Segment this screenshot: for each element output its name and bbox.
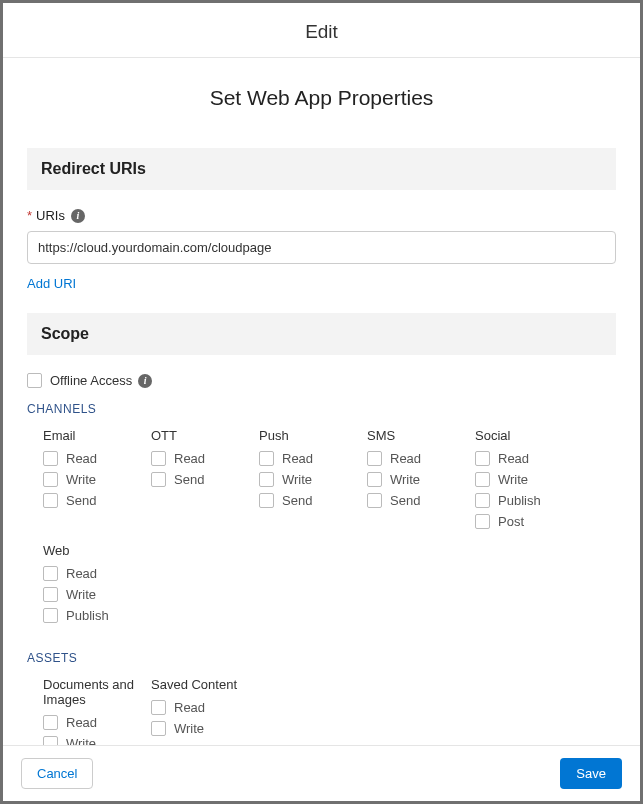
- perm-checkbox-saved-content-write[interactable]: [151, 721, 166, 736]
- perm-checkbox-sms-write[interactable]: [367, 472, 382, 487]
- perm-checkbox-social-read[interactable]: [475, 451, 490, 466]
- perm-row-documents-and-images-write: Write: [43, 736, 145, 745]
- assets-grid: Documents and ImagesReadWriteSaved Conte…: [43, 677, 616, 745]
- channel-col-sms: SMSReadWriteSend: [367, 428, 475, 535]
- perm-checkbox-web-read[interactable]: [43, 566, 58, 581]
- perm-label: Write: [66, 736, 96, 745]
- asset-col-saved-content: Saved ContentReadWrite: [151, 677, 259, 745]
- perm-label: Read: [66, 566, 97, 581]
- perm-checkbox-social-post[interactable]: [475, 514, 490, 529]
- perm-checkbox-push-write[interactable]: [259, 472, 274, 487]
- perm-row-push-write: Write: [259, 472, 361, 487]
- channel-name: SMS: [367, 428, 469, 443]
- perm-label: Write: [282, 472, 312, 487]
- channel-name: Web: [43, 543, 145, 558]
- perm-row-documents-and-images-read: Read: [43, 715, 145, 730]
- perm-label: Read: [498, 451, 529, 466]
- perm-label: Send: [66, 493, 96, 508]
- perm-checkbox-web-write[interactable]: [43, 587, 58, 602]
- perm-row-web-read: Read: [43, 566, 145, 581]
- perm-checkbox-sms-send[interactable]: [367, 493, 382, 508]
- channel-col-push: PushReadWriteSend: [259, 428, 367, 535]
- save-button[interactable]: Save: [560, 758, 622, 789]
- channels-heading: CHANNELS: [27, 402, 616, 416]
- asset-name: Documents and Images: [43, 677, 145, 707]
- modal-body[interactable]: Set Web App Properties Redirect URIs * U…: [3, 58, 640, 745]
- section-scope: Scope: [27, 313, 616, 355]
- channel-col-web: WebReadWritePublish: [43, 543, 151, 629]
- perm-label: Post: [498, 514, 524, 529]
- perm-label: Read: [174, 451, 205, 466]
- modal-title: Edit: [3, 3, 640, 58]
- asset-col-documents-and-images: Documents and ImagesReadWrite: [43, 677, 151, 745]
- channel-name: Social: [475, 428, 577, 443]
- info-icon[interactable]: i: [138, 374, 152, 388]
- perm-row-ott-send: Send: [151, 472, 253, 487]
- perm-checkbox-email-read[interactable]: [43, 451, 58, 466]
- perm-label: Send: [174, 472, 204, 487]
- perm-row-push-send: Send: [259, 493, 361, 508]
- asset-name: Saved Content: [151, 677, 253, 692]
- perm-checkbox-social-publish[interactable]: [475, 493, 490, 508]
- perm-row-sms-write: Write: [367, 472, 469, 487]
- offline-access-label: Offline Access: [50, 373, 132, 388]
- perm-row-saved-content-read: Read: [151, 700, 253, 715]
- perm-row-sms-send: Send: [367, 493, 469, 508]
- page-title: Set Web App Properties: [27, 86, 616, 110]
- perm-checkbox-push-send[interactable]: [259, 493, 274, 508]
- perm-row-web-publish: Publish: [43, 608, 145, 623]
- channel-col-email: EmailReadWriteSend: [43, 428, 151, 535]
- info-icon[interactable]: i: [71, 209, 85, 223]
- perm-row-push-read: Read: [259, 451, 361, 466]
- perm-row-saved-content-write: Write: [151, 721, 253, 736]
- perm-row-social-read: Read: [475, 451, 577, 466]
- edit-modal: Edit Set Web App Properties Redirect URI…: [3, 3, 640, 801]
- channel-name: Push: [259, 428, 361, 443]
- perm-checkbox-saved-content-read[interactable]: [151, 700, 166, 715]
- perm-label: Read: [282, 451, 313, 466]
- perm-row-social-write: Write: [475, 472, 577, 487]
- perm-row-email-read: Read: [43, 451, 145, 466]
- perm-label: Read: [390, 451, 421, 466]
- channel-col-ott: OTTReadSend: [151, 428, 259, 535]
- perm-row-social-publish: Publish: [475, 493, 577, 508]
- perm-label: Read: [174, 700, 205, 715]
- perm-label: Send: [390, 493, 420, 508]
- channels-grid: EmailReadWriteSendOTTReadSendPushReadWri…: [43, 428, 616, 637]
- perm-checkbox-email-send[interactable]: [43, 493, 58, 508]
- perm-checkbox-email-write[interactable]: [43, 472, 58, 487]
- cancel-button[interactable]: Cancel: [21, 758, 93, 789]
- perm-checkbox-documents-and-images-write[interactable]: [43, 736, 58, 745]
- uri-input[interactable]: [27, 231, 616, 264]
- offline-access-checkbox[interactable]: [27, 373, 42, 388]
- perm-row-web-write: Write: [43, 587, 145, 602]
- perm-checkbox-ott-send[interactable]: [151, 472, 166, 487]
- assets-heading: ASSETS: [27, 651, 616, 665]
- uris-label: URIs: [36, 208, 65, 223]
- perm-row-ott-read: Read: [151, 451, 253, 466]
- perm-checkbox-sms-read[interactable]: [367, 451, 382, 466]
- required-asterisk: *: [27, 208, 32, 223]
- modal-footer: Cancel Save: [3, 745, 640, 801]
- channel-name: Email: [43, 428, 145, 443]
- perm-label: Read: [66, 451, 97, 466]
- uris-label-row: * URIs i: [27, 208, 616, 223]
- perm-checkbox-push-read[interactable]: [259, 451, 274, 466]
- perm-row-email-write: Write: [43, 472, 145, 487]
- perm-label: Publish: [66, 608, 109, 623]
- perm-row-social-post: Post: [475, 514, 577, 529]
- perm-checkbox-documents-and-images-read[interactable]: [43, 715, 58, 730]
- add-uri-link[interactable]: Add URI: [27, 276, 76, 291]
- perm-label: Publish: [498, 493, 541, 508]
- channel-col-social: SocialReadWritePublishPost: [475, 428, 583, 535]
- perm-checkbox-social-write[interactable]: [475, 472, 490, 487]
- offline-access-row: Offline Access i: [27, 373, 616, 388]
- perm-label: Write: [66, 472, 96, 487]
- perm-checkbox-web-publish[interactable]: [43, 608, 58, 623]
- channel-name: OTT: [151, 428, 253, 443]
- section-redirect-uris: Redirect URIs: [27, 148, 616, 190]
- perm-checkbox-ott-read[interactable]: [151, 451, 166, 466]
- perm-label: Send: [282, 493, 312, 508]
- perm-row-email-send: Send: [43, 493, 145, 508]
- perm-label: Write: [174, 721, 204, 736]
